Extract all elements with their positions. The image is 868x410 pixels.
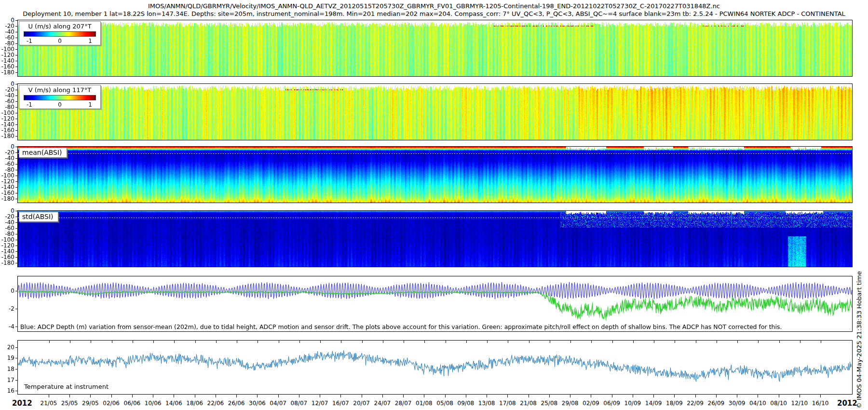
y-tick-label: -40 xyxy=(5,155,14,162)
x-tick-label: 18/09 xyxy=(666,400,683,407)
y-tick-label: -20 xyxy=(5,23,14,29)
y-tick-label: 0 xyxy=(11,81,14,87)
x-tick-mark xyxy=(737,395,737,397)
x-tick-mark xyxy=(758,395,758,397)
v-colorbar-legend: V (m/s) along 117°T -101 xyxy=(19,85,101,109)
y-tick-label: -140 xyxy=(1,184,14,191)
x-tick-mark xyxy=(320,395,320,397)
x-tick-mark xyxy=(820,395,821,397)
x-tick-mark xyxy=(612,395,612,397)
x-tick-mark xyxy=(800,395,800,397)
x-tick-label: 30/09 xyxy=(729,400,746,407)
y-tick-label: 0 xyxy=(11,17,14,24)
y-tick-label: -140 xyxy=(1,121,14,128)
panel-depth-variation: Blue: ADCP Depth (m) variation from sens… xyxy=(17,276,853,332)
x-tick-mark xyxy=(529,395,529,397)
v-legend-title: V (m/s) along 117°T xyxy=(19,86,100,94)
x-tick-mark xyxy=(716,395,717,397)
x-tick-mark xyxy=(195,395,195,397)
y-tick-label: 0 xyxy=(11,287,14,294)
colorbar-tick-label: 1 xyxy=(88,101,92,108)
y-tick-label: 0 xyxy=(11,143,14,150)
y-tick-label: -120 xyxy=(1,178,14,185)
x-tick-label: 09/08 xyxy=(458,400,475,407)
x-tick-mark xyxy=(49,395,49,397)
y-tick-label: -160 xyxy=(1,63,14,70)
v-colorbar xyxy=(24,95,96,100)
x-tick-mark xyxy=(90,395,91,397)
y-tick-label: -4 xyxy=(9,323,14,330)
x-tick-label: 06/06 xyxy=(124,400,141,407)
x-tick-mark xyxy=(299,395,299,397)
x-tick-mark xyxy=(382,395,383,397)
x-tick-label: 22/06 xyxy=(207,400,224,407)
y-tick-label: -120 xyxy=(1,115,14,122)
y-tick-label: -60 xyxy=(5,225,14,232)
std-absi-heatmap xyxy=(18,211,852,267)
x-tick-label: 06/09 xyxy=(603,400,620,407)
y-tick-label: -60 xyxy=(5,161,14,167)
y-tick-label: 16 xyxy=(7,387,14,394)
x-tick-mark xyxy=(111,395,112,397)
x-tick-mark xyxy=(507,395,508,397)
x-tick-mark xyxy=(278,395,279,397)
colorbar-tick-label: -1 xyxy=(27,101,32,108)
panel-std-absi: std(ABSI) 0-20-40-60-80-100-120-140-160-… xyxy=(17,210,853,267)
u-colorbar-tick-row: -101 xyxy=(24,38,96,44)
x-tick-mark xyxy=(236,395,237,397)
x-tick-label: 14/09 xyxy=(645,400,662,407)
x-tick-label: 25/08 xyxy=(541,400,558,407)
x-tick-mark xyxy=(153,395,153,397)
x-tick-label: 29/08 xyxy=(562,400,579,407)
u-legend-title: U (m/s) along 207°T xyxy=(19,23,100,30)
x-tick-label: 08/07 xyxy=(291,400,308,407)
v-velocity-heatmap xyxy=(18,84,852,140)
x-tick-label: 26/06 xyxy=(228,400,245,407)
x-tick-mark xyxy=(549,395,550,397)
x-tick-mark xyxy=(487,395,487,397)
x-tick-mark xyxy=(403,395,404,397)
v-colorbar-tick-row: -101 xyxy=(24,101,96,108)
x-tick-mark xyxy=(257,395,258,397)
x-tick-label: 22/09 xyxy=(687,400,704,407)
y-tick-label: -140 xyxy=(1,57,14,64)
x-tick-mark xyxy=(174,395,174,397)
y-tick-label: 18 xyxy=(7,366,14,372)
x-tick-label: 05/08 xyxy=(436,400,453,407)
x-tick-label: 12/07 xyxy=(312,400,328,407)
y-tick-label: -20 xyxy=(5,213,14,220)
x-tick-label: 12/10 xyxy=(791,400,808,407)
u-colorbar xyxy=(24,31,96,37)
y-tick-label: -40 xyxy=(5,219,14,226)
x-tick-label: 24/07 xyxy=(374,400,391,407)
x-tick-mark xyxy=(591,395,591,397)
y-tick-label: -60 xyxy=(5,34,14,41)
y-tick-label: -80 xyxy=(5,231,14,237)
y-tick-label: -80 xyxy=(5,166,14,173)
y-tick-label: -180 xyxy=(1,195,14,202)
y-tick-label: 19 xyxy=(7,355,14,361)
colorbar-tick-label: 0 xyxy=(58,38,62,44)
x-tick-mark xyxy=(445,395,446,397)
y-tick-label: -20 xyxy=(5,149,14,156)
x-tick-label: 01/08 xyxy=(416,400,433,407)
figure-title: IMOS/ANMN/QLD/GBRMYR/Velocity/IMOS_ANMN-… xyxy=(0,2,868,10)
credit-vertical-text: © IMOS 04-May-2025 21:38:33 Hobart time xyxy=(855,271,863,409)
x-tick-label: 04/07 xyxy=(270,400,286,407)
x-tick-mark xyxy=(362,395,362,397)
y-tick-label: -20 xyxy=(5,86,14,93)
x-tick-mark xyxy=(779,395,779,397)
y-tick-label: -160 xyxy=(1,254,14,260)
x-tick-label: 28/07 xyxy=(395,400,412,407)
x-tick-label: 26/09 xyxy=(708,400,725,407)
x-tick-mark xyxy=(424,395,424,397)
y-tick-label: -120 xyxy=(1,52,14,58)
x-tick-mark xyxy=(216,395,216,397)
colorbar-tick-label: 0 xyxy=(58,101,62,108)
panel-v-velocity: V (m/s) along 117°T -101 0-20-40-60-80-1… xyxy=(17,83,853,140)
x-tick-mark xyxy=(570,395,570,397)
x-tick-label: 02/06 xyxy=(103,400,120,407)
y-tick-label: 17 xyxy=(7,377,14,383)
u-velocity-heatmap xyxy=(18,20,852,76)
x-tick-mark xyxy=(466,395,466,397)
